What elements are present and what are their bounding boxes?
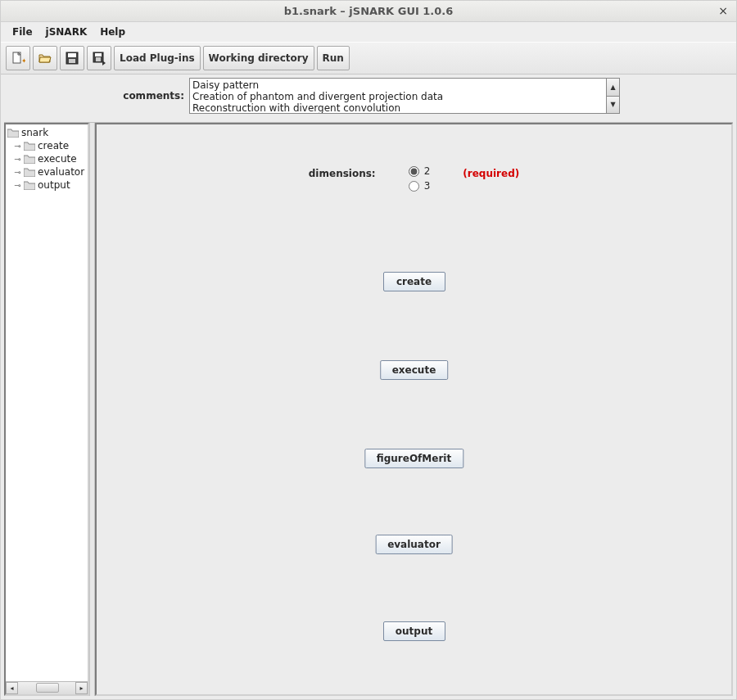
required-label: (required) [463,165,519,179]
figure-of-merit-button[interactable]: figureOfMerit [364,449,463,468]
folder-icon [24,181,35,190]
menu-jsnark[interactable]: jSNARK [39,25,94,39]
radio-label: 3 [424,180,431,192]
save-as-button[interactable] [87,46,111,70]
radio-label: 2 [424,165,431,177]
radio-input-2[interactable] [409,166,419,177]
tree-root-label: snark [21,127,48,138]
split-divider[interactable] [89,123,95,696]
comments-row: comments: Daisy pattern Creation of phan… [1,75,736,119]
save-button[interactable] [60,46,84,70]
output-button[interactable]: output [383,621,445,641]
comments-scroll: ▲ ▼ [607,78,620,114]
folder-icon [7,129,19,138]
load-plugins-button[interactable]: Load Plug-ins [114,46,201,70]
sidebar: snark ⊸ create ⊸ execute ⊸ evaluator [4,123,89,696]
comments-line: Reconstruction with divergent convolutio… [192,102,604,114]
new-file-icon: ✦ [11,51,25,65]
tree-label: execute [38,153,77,165]
menu-help[interactable]: Help [93,25,132,39]
close-icon[interactable]: × [717,4,730,17]
menu-file[interactable]: File [6,25,39,39]
comments-line: Creation of phantom and divergent projec… [192,91,604,102]
tree-expand-icon[interactable]: ⊸ [14,181,21,190]
new-file-button[interactable]: ✦ [6,46,30,70]
scroll-left-icon[interactable]: ◂ [6,682,18,694]
svg-rect-3 [68,53,76,57]
scroll-right-icon[interactable]: ▸ [75,682,88,694]
tree-label: create [38,140,69,151]
tree-label: evaluator [38,166,84,178]
floppy-arrow-icon [92,51,106,65]
run-button[interactable]: Run [317,46,350,70]
tree-expand-icon[interactable]: ⊸ [14,142,21,151]
tree-expand-icon[interactable]: ⊸ [14,168,21,177]
radio-dim-2[interactable]: 2 [409,165,431,177]
toolbar: ✦ Load Plug-ins Working dir [1,42,736,75]
folder-open-icon [38,51,52,65]
svg-text:✦: ✦ [21,57,25,65]
scroll-thumb[interactable] [36,683,59,693]
sidebar-hscroll[interactable]: ◂ ▸ [6,681,88,694]
menubar: File jSNARK Help [1,22,736,42]
create-button[interactable]: create [383,272,445,291]
tree-node-execute[interactable]: ⊸ execute [6,152,88,165]
folder-icon [24,155,35,164]
dimensions-radios: 2 3 [409,165,431,192]
tree-expand-icon[interactable]: ⊸ [14,155,21,164]
tree-label: output [38,179,70,191]
open-button[interactable] [33,46,57,70]
floppy-icon [65,51,79,65]
evaluator-button[interactable]: evaluator [375,535,453,554]
tree-node-output[interactable]: ⊸ output [6,178,88,192]
window-title: b1.snark – jSNARK GUI 1.0.6 [1,5,736,17]
scroll-track[interactable] [18,682,75,694]
tree-root[interactable]: snark [6,126,88,139]
folder-icon [24,168,35,177]
content-split: snark ⊸ create ⊸ execute ⊸ evaluator [4,122,733,696]
tree: snark ⊸ create ⊸ execute ⊸ evaluator [6,124,88,681]
radio-dim-3[interactable]: 3 [409,180,431,192]
dimensions-label: dimensions: [309,165,376,179]
comments-textarea[interactable]: Daisy pattern Creation of phantom and di… [189,78,607,114]
application-window: b1.snark – jSNARK GUI 1.0.6 × File jSNAR… [0,0,737,700]
dimensions-row: dimensions: 2 3 (required) [97,165,731,192]
radio-input-3[interactable] [409,181,419,192]
tree-node-evaluator[interactable]: ⊸ evaluator [6,165,88,178]
svg-rect-6 [95,53,102,56]
svg-rect-7 [96,57,101,61]
scroll-down-icon[interactable]: ▼ [607,97,619,114]
folder-icon [24,142,35,151]
scroll-up-icon[interactable]: ▲ [607,79,619,97]
main-panel: dimensions: 2 3 (required) create execut… [95,123,733,696]
execute-button[interactable]: execute [380,360,449,380]
tree-node-create[interactable]: ⊸ create [6,139,88,152]
svg-rect-4 [69,59,75,63]
comments-line: Daisy pattern [192,79,604,91]
titlebar: b1.snark – jSNARK GUI 1.0.6 × [1,1,736,22]
working-directory-button[interactable]: Working directory [203,46,314,70]
comments-label: comments: [7,90,189,102]
